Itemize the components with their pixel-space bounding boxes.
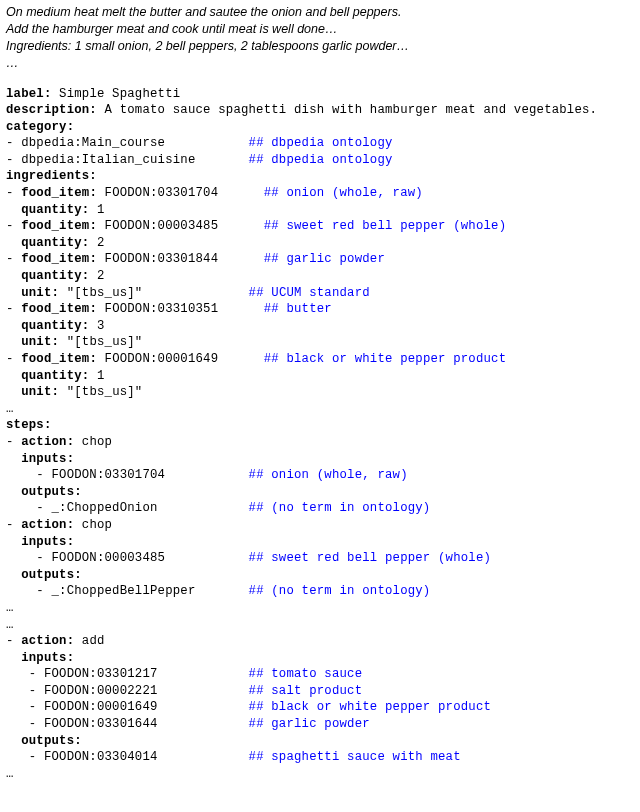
key-label: label: bbox=[6, 87, 51, 101]
val-food-item: FOODON:03301704 bbox=[97, 186, 264, 200]
val-quantity: 3 bbox=[89, 319, 104, 333]
ellipsis: … bbox=[6, 618, 14, 632]
intro-line-2: Add the hamburger meat and cook until me… bbox=[6, 21, 634, 38]
output-item: - FOODON:03304014 bbox=[6, 750, 249, 764]
cat-item-1: - dbpedia:Main_course bbox=[6, 136, 249, 150]
output-item: - _:ChoppedOnion bbox=[6, 501, 249, 515]
key-unit: unit: bbox=[21, 335, 59, 349]
key-inputs: inputs: bbox=[21, 452, 74, 466]
key-outputs: outputs: bbox=[21, 734, 82, 748]
comment: ## salt product bbox=[249, 684, 363, 698]
key-food-item: food_item: bbox=[21, 219, 97, 233]
val-quantity: 2 bbox=[89, 269, 104, 283]
input-item: - FOODON:00002221 bbox=[6, 684, 249, 698]
key-quantity: quantity: bbox=[21, 269, 89, 283]
key-action: action: bbox=[21, 435, 74, 449]
key-unit: unit: bbox=[21, 286, 59, 300]
comment: ## butter bbox=[264, 302, 332, 316]
key-action: action: bbox=[21, 518, 74, 532]
key-inputs: inputs: bbox=[21, 651, 74, 665]
val-quantity: 1 bbox=[89, 369, 104, 383]
val-unit: "[tbs_us]" bbox=[59, 286, 248, 300]
val-unit: "[tbs_us]" bbox=[59, 335, 142, 349]
key-inputs: inputs: bbox=[21, 535, 74, 549]
key-quantity: quantity: bbox=[21, 369, 89, 383]
key-outputs: outputs: bbox=[21, 568, 82, 582]
ellipsis: … bbox=[6, 402, 14, 416]
val-quantity: 1 bbox=[89, 203, 104, 217]
val-action: add bbox=[74, 634, 104, 648]
val-food-item: FOODON:03310351 bbox=[97, 302, 264, 316]
cat-item-2-comment: ## dbpedia ontology bbox=[249, 153, 393, 167]
key-ingredients: ingredients: bbox=[6, 169, 97, 183]
key-description: description: bbox=[6, 103, 97, 117]
key-category: category: bbox=[6, 120, 74, 134]
key-quantity: quantity: bbox=[21, 319, 89, 333]
comment: ## sweet red bell pepper (whole) bbox=[249, 551, 492, 565]
ing-dash: - bbox=[6, 219, 21, 233]
intro-line-4: … bbox=[6, 55, 634, 72]
val-food-item: FOODON:00001649 bbox=[97, 352, 264, 366]
input-item: - FOODON:00001649 bbox=[6, 700, 249, 714]
comment: ## (no term in ontology) bbox=[249, 584, 431, 598]
key-steps: steps: bbox=[6, 418, 51, 432]
val-label: Simple Spaghetti bbox=[51, 87, 180, 101]
val-food-item: FOODON:03301844 bbox=[97, 252, 264, 266]
comment: ## (no term in ontology) bbox=[249, 501, 431, 515]
comment: ## tomato sauce bbox=[249, 667, 363, 681]
key-outputs: outputs: bbox=[21, 485, 82, 499]
val-action: chop bbox=[74, 518, 112, 532]
ellipsis: … bbox=[6, 601, 14, 615]
input-item: - FOODON:03301217 bbox=[6, 667, 249, 681]
key-food-item: food_item: bbox=[21, 302, 97, 316]
intro-line-3: Ingredients: 1 small onion, 2 bell peppe… bbox=[6, 38, 634, 55]
key-food-item: food_item: bbox=[21, 186, 97, 200]
step-dash: - bbox=[6, 435, 21, 449]
comment: ## black or white pepper product bbox=[264, 352, 507, 366]
key-food-item: food_item: bbox=[21, 252, 97, 266]
ing-dash: - bbox=[6, 352, 21, 366]
key-quantity: quantity: bbox=[21, 236, 89, 250]
step-dash: - bbox=[6, 634, 21, 648]
comment: ## onion (whole, raw) bbox=[264, 186, 423, 200]
input-item: - FOODON:03301644 bbox=[6, 717, 249, 731]
comment: ## black or white pepper product bbox=[249, 700, 492, 714]
ing-dash: - bbox=[6, 252, 21, 266]
ing-dash: - bbox=[6, 186, 21, 200]
intro-line-1: On medium heat melt the butter and saute… bbox=[6, 4, 634, 21]
input-item: - FOODON:00003485 bbox=[6, 551, 249, 565]
ing-dash: - bbox=[6, 302, 21, 316]
comment: ## spaghetti sauce with meat bbox=[249, 750, 461, 764]
comment: ## onion (whole, raw) bbox=[249, 468, 408, 482]
cat-item-1-comment: ## dbpedia ontology bbox=[249, 136, 393, 150]
yaml-block: label: Simple Spaghetti description: A t… bbox=[6, 86, 634, 783]
comment: ## UCUM standard bbox=[249, 286, 370, 300]
comment: ## garlic powder bbox=[249, 717, 370, 731]
comment: ## sweet red bell pepper (whole) bbox=[264, 219, 507, 233]
comment: ## garlic powder bbox=[264, 252, 385, 266]
val-quantity: 2 bbox=[89, 236, 104, 250]
key-food-item: food_item: bbox=[21, 352, 97, 366]
val-description: A tomato sauce spaghetti dish with hambu… bbox=[97, 103, 597, 117]
output-item: - _:ChoppedBellPepper bbox=[6, 584, 249, 598]
key-unit: unit: bbox=[21, 385, 59, 399]
input-item: - FOODON:03301704 bbox=[6, 468, 249, 482]
ellipsis: … bbox=[6, 767, 14, 781]
cat-item-2: - dbpedia:Italian_cuisine bbox=[6, 153, 249, 167]
val-unit: "[tbs_us]" bbox=[59, 385, 142, 399]
key-quantity: quantity: bbox=[21, 203, 89, 217]
val-action: chop bbox=[74, 435, 112, 449]
key-action: action: bbox=[21, 634, 74, 648]
val-food-item: FOODON:00003485 bbox=[97, 219, 264, 233]
intro-text: On medium heat melt the butter and saute… bbox=[6, 4, 634, 72]
step-dash: - bbox=[6, 518, 21, 532]
